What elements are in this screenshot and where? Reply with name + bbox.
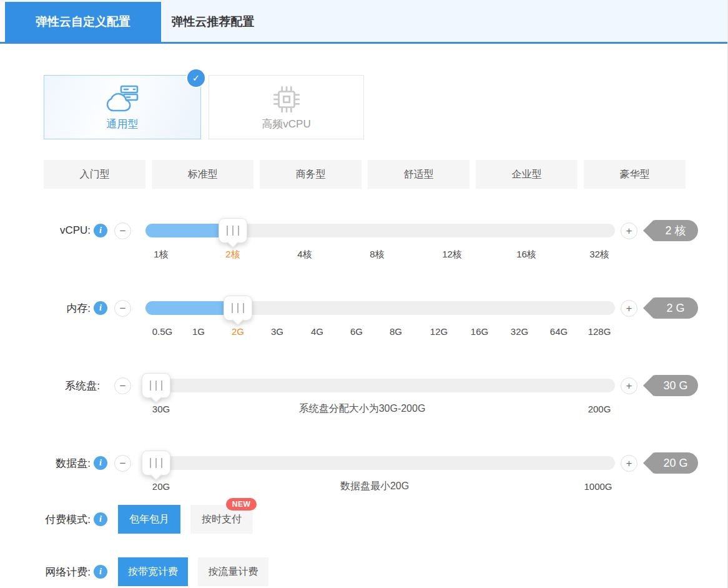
network-billing-label: 网络计费: i (0, 557, 107, 586)
tick-label: 1核 (154, 249, 168, 261)
grip-icon (150, 458, 162, 468)
info-icon[interactable]: i (94, 224, 107, 237)
min-tick-label: 20G (152, 481, 170, 492)
grip-icon (227, 226, 239, 236)
check-glyph: ✓ (192, 72, 200, 84)
slider-row-system-disk: 系统盘: − + 30 G 30G 系统盘分配大小为30G-200G 200G (0, 367, 728, 436)
tick-label: 4G (311, 326, 323, 337)
value-badge-text: 2 核 (665, 223, 686, 238)
preset-comfort[interactable]: 舒适型 (368, 160, 470, 189)
decrease-button[interactable]: − (114, 222, 131, 239)
tick-labels: 1核 2核 4核 8核 12核 16核 32核 (0, 249, 728, 262)
decrease-button[interactable]: − (114, 300, 131, 317)
instance-type-card-general[interactable]: 通用型 ✓ (44, 75, 201, 139)
instance-type-label: 高频vCPU (262, 117, 310, 131)
decrease-button[interactable]: − (114, 377, 131, 394)
slider-handle[interactable] (224, 296, 252, 321)
info-icon[interactable]: i (94, 565, 107, 579)
tick-label-active: 2核 (225, 249, 240, 261)
max-tick-label: 200G (588, 404, 611, 414)
tick-label: 4核 (297, 249, 312, 261)
payment-option-prepaid-button[interactable]: 包年包月 (118, 505, 180, 534)
payment-mode-label-text: 付费模式: (45, 512, 91, 527)
memory-label-text: 内存: (66, 301, 91, 316)
network-option-bandwidth-button[interactable]: 按带宽计费 (118, 557, 188, 586)
grip-icon (150, 381, 162, 391)
tick-label: 0.5G (152, 326, 173, 337)
tick-label: 128G (588, 326, 611, 337)
info-icon[interactable]: i (94, 512, 107, 526)
value-badge: 2 G (653, 297, 698, 319)
tick-label-active: 2G (232, 326, 244, 337)
new-badge: NEW (226, 498, 257, 511)
vcpu-label: vCPU: i (0, 212, 107, 249)
tick-label: 32核 (589, 249, 609, 261)
slider-row-memory: 内存: i − + 2 G 0.5G 1G 2G 3G 4G 6G 8G 12G… (0, 290, 728, 359)
preset-enterprise[interactable]: 企业型 (476, 160, 578, 189)
elastic-cloud-config-panel: 弹性云自定义配置 弹性云推荐配置 通用型 ✓ (0, 0, 728, 588)
vcpu-label-text: vCPU: (60, 224, 91, 237)
tick-labels: 20G 数据盘最小20G 1000G (0, 481, 728, 495)
value-badge: 20 G (653, 452, 698, 474)
decrease-button[interactable]: − (114, 455, 131, 472)
instance-type-label: 通用型 (107, 117, 139, 131)
value-badge-text: 2 G (666, 302, 684, 315)
preset-business[interactable]: 商务型 (260, 160, 362, 189)
payment-mode-row: 付费模式: i 包年包月 按时支付 NEW (0, 498, 728, 537)
min-tick-label: 30G (152, 404, 170, 414)
network-option-traffic-button[interactable]: 按流量计费 (198, 557, 268, 586)
network-billing-label-text: 网络计费: (45, 565, 91, 579)
data-disk-label-text: 数据盘: (56, 456, 91, 471)
info-icon[interactable]: i (94, 301, 107, 315)
increase-button[interactable]: + (621, 377, 637, 394)
tick-label: 32G (511, 326, 528, 337)
increase-button[interactable]: + (621, 455, 637, 472)
system-disk-label: 系统盘: (0, 367, 107, 404)
slider-track[interactable] (145, 224, 615, 237)
range-hint-text: 系统盘分配大小为30G-200G (299, 402, 426, 416)
increase-button[interactable]: + (621, 222, 637, 239)
tick-label: 12核 (442, 249, 462, 261)
data-disk-label: 数据盘: i (0, 445, 107, 481)
slider-row-vcpu: vCPU: i − + 2 核 1核 2核 4核 8核 12核 16核 32核 (0, 212, 728, 281)
slider-track[interactable] (145, 456, 615, 470)
slider-track[interactable] (145, 379, 615, 392)
preset-entry[interactable]: 入门型 (44, 160, 145, 189)
preset-standard[interactable]: 标准型 (152, 160, 253, 189)
tick-labels: 0.5G 1G 2G 3G 4G 6G 8G 12G 16G 32G 64G 1… (0, 326, 728, 340)
tick-labels: 30G 系统盘分配大小为30G-200G 200G (0, 404, 728, 417)
slider-handle[interactable] (219, 218, 247, 243)
value-badge-text: 20 G (663, 457, 687, 470)
system-disk-label-text: 系统盘: (65, 379, 100, 393)
slider-handle[interactable] (142, 373, 170, 398)
value-badge-text: 30 G (663, 379, 687, 392)
slider-handle[interactable] (142, 451, 170, 476)
increase-button[interactable]: + (621, 300, 637, 317)
value-badge: 30 G (653, 375, 698, 396)
tick-label: 1G (192, 326, 205, 337)
info-icon[interactable]: i (94, 456, 107, 470)
max-tick-label: 1000G (584, 481, 612, 492)
preset-deluxe[interactable]: 豪华型 (584, 160, 686, 189)
tick-label: 64G (550, 326, 568, 337)
tick-label: 12G (430, 326, 448, 337)
cpu-chip-icon (271, 83, 302, 116)
tick-label: 6G (350, 326, 363, 337)
cloud-server-icon (104, 83, 140, 116)
tab-recommended-config[interactable]: 弹性云推荐配置 (161, 2, 265, 42)
range-hint-text: 数据盘最小20G (340, 480, 409, 493)
payment-mode-label: 付费模式: i (0, 505, 107, 534)
tick-label: 16核 (516, 249, 536, 261)
tick-label: 8核 (370, 249, 384, 261)
tab-custom-config[interactable]: 弹性云自定义配置 (5, 2, 161, 42)
tab-bar: 弹性云自定义配置 弹性云推荐配置 (0, 0, 728, 44)
network-billing-row: 网络计费: i 按带宽计费 按流量计费 (0, 552, 728, 588)
slider-track[interactable] (145, 301, 615, 315)
grip-icon (232, 303, 244, 313)
value-badge: 2 核 (653, 220, 698, 241)
selected-check-icon: ✓ (187, 69, 205, 87)
instance-type-card-high-freq-vcpu[interactable]: 高频vCPU (209, 75, 364, 139)
tick-label: 3G (271, 326, 283, 337)
tabbar-left-gap (0, 2, 5, 42)
tick-label: 16G (471, 326, 488, 337)
